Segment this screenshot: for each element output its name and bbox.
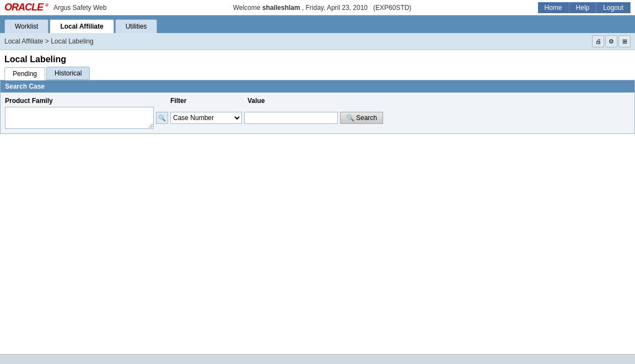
search-button[interactable]: 🔍 Search xyxy=(340,112,383,124)
product-family-field[interactable] xyxy=(5,107,154,129)
search-button-label: Search xyxy=(356,114,377,122)
app-title: Argus Safety Web xyxy=(53,4,107,12)
main-nav: Worklist Local Affiliate Utilities xyxy=(0,15,635,33)
tab-historical[interactable]: Historical xyxy=(46,67,90,80)
oracle-logo-text: ORACLE xyxy=(4,2,43,13)
welcome-area: Welcome shaileshlam , Friday, April 23, … xyxy=(233,4,412,12)
tab-utilities[interactable]: Utilities xyxy=(115,19,158,33)
home-link[interactable]: Home xyxy=(538,2,569,13)
search-case-body: Product Family Filter Value 🔍 Case Numbe… xyxy=(1,93,634,133)
filter-label: Filter xyxy=(170,97,247,105)
page-title: Local Labeling xyxy=(4,55,631,64)
search-form-fields: 🔍 Case Number Product Name Report Type C… xyxy=(5,107,630,129)
print-icon[interactable]: 🖨 xyxy=(592,35,604,47)
search-form-labels: Product Family Filter Value xyxy=(5,97,630,105)
username: shaileshlam xyxy=(262,4,300,12)
tab-worklist[interactable]: Worklist xyxy=(4,19,49,33)
logout-link[interactable]: Logout xyxy=(596,2,631,13)
tab-local-affiliate[interactable]: Local Affiliate xyxy=(50,19,114,33)
filter-select[interactable]: Case Number Product Name Report Type Cou… xyxy=(170,112,242,124)
search-case-header: Search Case xyxy=(1,80,634,93)
sub-tabs: Pending Historical xyxy=(0,67,635,80)
breadcrumb: Local Affiliate > Local Labeling xyxy=(4,37,94,45)
date-text: , Friday, April 23, 2010 xyxy=(302,4,368,12)
grid-icon[interactable]: ⊞ xyxy=(618,35,631,47)
breadcrumb-bar: Local Affiliate > Local Labeling 🖨 ⚙ ⊞ xyxy=(0,33,635,50)
help-link[interactable]: Help xyxy=(569,2,597,13)
logo-area: ORACLE ® Argus Safety Web xyxy=(4,2,106,13)
value-input[interactable] xyxy=(244,112,338,124)
search-button-icon: 🔍 xyxy=(346,114,354,122)
value-label: Value xyxy=(247,97,358,105)
search-case-panel: Search Case Product Family Filter Value … xyxy=(0,80,635,134)
top-nav-links: Home Help Logout xyxy=(538,2,631,13)
product-family-search-button[interactable]: 🔍 xyxy=(156,112,168,124)
product-family-label: Product Family xyxy=(5,97,170,105)
page-title-bar: Local Labeling xyxy=(0,50,635,67)
toolbar-icons: 🖨 ⚙ ⊞ xyxy=(592,35,631,47)
settings-icon[interactable]: ⚙ xyxy=(605,35,617,47)
tab-pending[interactable]: Pending xyxy=(4,67,45,80)
welcome-label: Welcome xyxy=(233,4,261,12)
oracle-logo: ORACLE ® xyxy=(4,2,48,13)
top-bar: ORACLE ® Argus Safety Web Welcome shaile… xyxy=(0,0,635,15)
session-text: (EXP60STD) xyxy=(373,4,411,12)
